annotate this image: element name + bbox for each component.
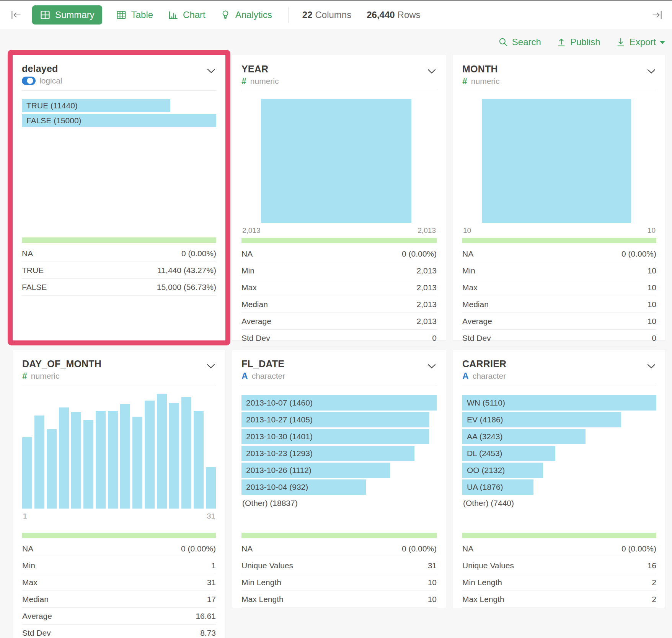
search-button[interactable]: Search xyxy=(498,37,541,47)
stat-label: Min Length xyxy=(462,578,502,587)
stat-value: 10 xyxy=(648,266,656,275)
stat-row: Median2,013 xyxy=(241,296,437,313)
category-chart: WN (5110) EV (4186) AA (3243) DL (2453) … xyxy=(462,386,656,530)
stat-row: Max10 xyxy=(462,279,656,296)
card-menu-chevron-icon[interactable] xyxy=(646,358,656,374)
tab-table[interactable]: Table xyxy=(115,6,154,24)
tab-label: Summary xyxy=(55,10,95,20)
stat-value: 0 (0.00%) xyxy=(181,544,216,553)
stat-label: Max xyxy=(462,283,478,292)
stats-table: NA0 (0.00%) Unique Values16 Min Length2 … xyxy=(462,540,656,608)
publish-button[interactable]: Publish xyxy=(556,37,600,47)
valid-ratio-bar xyxy=(462,238,656,243)
card-menu-chevron-icon[interactable] xyxy=(646,64,656,79)
histogram-bar xyxy=(22,437,32,509)
column-title: MONTH xyxy=(462,64,500,74)
column-card-delayed: delayed logical TRUE (11440) FALSE (1500… xyxy=(13,55,225,340)
bar-chart-icon xyxy=(168,10,178,20)
stat-row: NA0 (0.00%) xyxy=(241,245,437,262)
category-bar: TRUE (11440) xyxy=(22,99,170,112)
stat-value: 16.61 xyxy=(196,612,216,621)
stat-value: 16 xyxy=(648,561,656,570)
stat-value: 0 (0.00%) xyxy=(181,249,216,258)
stat-value: 1 xyxy=(211,561,216,570)
stat-row: Median17 xyxy=(22,591,216,608)
rows-count-value: 26,440 xyxy=(367,10,395,20)
valid-ratio-bar xyxy=(241,238,437,243)
export-button[interactable]: Export xyxy=(616,37,665,47)
column-title: DAY_OF_MONTH xyxy=(22,358,101,369)
histogram-bar xyxy=(96,411,106,509)
category-bar-label: WN (5110) xyxy=(467,398,505,407)
card-menu-chevron-icon[interactable] xyxy=(427,64,437,79)
stat-value: 2 xyxy=(652,578,656,587)
stat-label: Median xyxy=(241,300,268,309)
card-menu-chevron-icon[interactable] xyxy=(206,358,216,374)
stat-value: 15,000 (56.73%) xyxy=(157,283,216,292)
expand-right-button[interactable] xyxy=(651,9,663,21)
category-bar-label: UA (1876) xyxy=(467,483,503,492)
other-category-label: (Other) (18837) xyxy=(241,499,437,508)
stat-label: TRUE xyxy=(22,266,44,275)
column-type-label: character xyxy=(252,371,285,381)
stat-row: Average10 xyxy=(462,313,656,330)
stat-row: Unique Values31 xyxy=(241,557,437,574)
column-title: CARRIER xyxy=(462,358,506,369)
stat-value: 0 (0.00%) xyxy=(621,249,656,258)
column-type-label: logical xyxy=(39,76,62,85)
stat-value: 2,013 xyxy=(416,266,437,275)
category-bar-label: 2013-10-30 (1401) xyxy=(246,432,313,441)
stat-row: Std Dev0 xyxy=(462,330,656,347)
publish-icon xyxy=(556,37,566,47)
stat-label: Max xyxy=(241,283,257,292)
card-menu-chevron-icon[interactable] xyxy=(206,63,216,79)
stat-label: FALSE xyxy=(22,283,47,292)
stat-row: NA0 (0.00%) xyxy=(22,540,216,557)
column-type-label: character xyxy=(473,371,506,381)
category-bar-label: 2013-10-23 (1293) xyxy=(246,449,313,458)
histogram-bar xyxy=(206,467,216,509)
tab-chart[interactable]: Chart xyxy=(167,6,206,24)
category-bar-label: AA (3243) xyxy=(467,432,502,441)
collapse-left-button[interactable] xyxy=(10,9,21,21)
stat-label: Average xyxy=(241,317,271,326)
histogram-chart: 10 10 xyxy=(462,91,656,235)
column-card-year: YEAR # numeric 2,013 2,013 NA0 (0.00%) M… xyxy=(232,55,446,340)
stat-value: 10 xyxy=(648,300,656,309)
search-icon xyxy=(498,37,508,47)
stat-value: 8.73 xyxy=(200,628,216,638)
hash-icon: # xyxy=(462,77,467,86)
category-bar: FALSE (15000) xyxy=(22,114,216,127)
stat-label: NA xyxy=(22,249,33,258)
column-title: FL_DATE xyxy=(241,358,285,369)
category-bar-label: 2013-10-26 (1112) xyxy=(246,466,312,475)
stat-value: 0 (0.00%) xyxy=(402,544,437,553)
collapse-left-icon xyxy=(10,9,21,21)
category-bar: DL (2453) xyxy=(462,446,555,461)
stat-row: Std Dev8.73 xyxy=(22,625,216,638)
columns-count-label: Columns xyxy=(315,10,352,20)
tab-analytics[interactable]: Analytics xyxy=(219,6,273,24)
category-bar: 2013-10-26 (1112) xyxy=(241,463,390,478)
stat-value: 2,013 xyxy=(416,300,437,309)
stat-label: Std Dev xyxy=(241,334,270,343)
column-type-label: numeric xyxy=(250,77,279,86)
stat-row: Min2,013 xyxy=(241,262,437,279)
stat-row: NA0 (0.00%) xyxy=(462,540,656,557)
tab-summary[interactable]: Summary xyxy=(32,5,102,25)
histogram-bar xyxy=(181,397,191,509)
chevron-down-icon xyxy=(660,41,665,44)
column-type-label: numeric xyxy=(31,371,60,381)
summary-cards-grid: delayed logical TRUE (11440) FALSE (1500… xyxy=(13,55,666,638)
card-menu-chevron-icon[interactable] xyxy=(427,358,437,374)
column-title: delayed xyxy=(22,63,62,74)
character-type-icon: A xyxy=(241,371,248,381)
category-bar: WN (5110) xyxy=(462,395,656,411)
stat-row: FALSE15,000 (56.73%) xyxy=(22,279,216,296)
other-category-label: (Other) (7440) xyxy=(462,499,656,508)
stats-table: NA0 (0.00%) TRUE11,440 (43.27%) FALSE15,… xyxy=(22,245,216,296)
histogram xyxy=(22,394,216,509)
toolbar-divider xyxy=(288,7,289,23)
valid-ratio-bar xyxy=(241,533,437,538)
stat-row: Median10 xyxy=(462,296,656,313)
